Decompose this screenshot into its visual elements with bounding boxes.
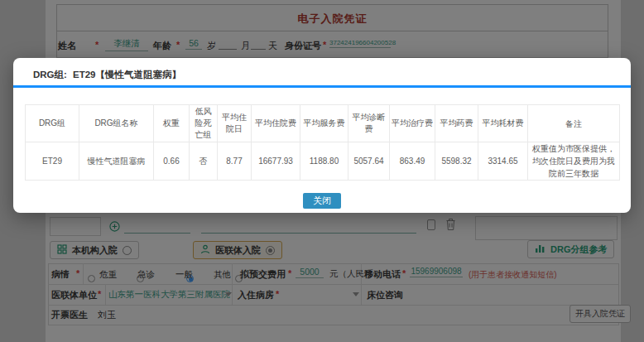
col-header: 平均治疗费 (390, 105, 435, 142)
col-header: 权重 (154, 105, 190, 142)
modal-accent-divider (13, 85, 631, 88)
col-header: 备注 (528, 105, 620, 142)
cell-low-risk: 否 (190, 142, 218, 181)
drg-table-header-row: DRG组 DRG组名称 权重 低风险死亡组 平均住院日 平均住院费 平均服务费 … (26, 105, 620, 142)
col-header: DRG组 (26, 105, 79, 142)
col-header: 平均药费 (435, 105, 478, 142)
drg-group-label: DRG组: (33, 69, 67, 81)
cell-avg-cost: 16677.93 (252, 142, 300, 181)
cell-avg-service: 1188.80 (300, 142, 348, 181)
drg-group-value: ET29【慢性气道阻塞病】 (73, 69, 181, 81)
modal-close-button[interactable]: 关闭 (303, 193, 341, 209)
cell-avg-diagnosis: 5057.64 (348, 142, 390, 181)
col-header: DRG组名称 (79, 105, 154, 142)
cell-drg-code: ET29 (26, 142, 79, 181)
col-header: 低风险死亡组 (190, 105, 218, 142)
cell-avg-material: 3314.65 (478, 142, 528, 181)
drg-modal: DRG组: ET29【慢性气道阻塞病】 DRG组 DRG组名称 权重 低风险死亡… (13, 58, 631, 213)
screen: 电子入院凭证 姓名 * 李继清 年龄 * 56 岁 月 天 身份证号 * 372… (0, 0, 644, 342)
cell-drg-name: 慢性气道阻塞病 (79, 142, 154, 181)
col-header: 平均住院日 (218, 105, 252, 142)
cell-avg-days: 8.77 (218, 142, 252, 181)
col-header: 平均住院费 (252, 105, 300, 142)
cell-weight: 0.66 (154, 142, 190, 181)
drg-table-row: ET29 慢性气道阻塞病 0.66 否 8.77 16677.93 1188.8… (26, 142, 620, 181)
drg-table: DRG组 DRG组名称 权重 低风险死亡组 平均住院日 平均住院费 平均服务费 … (25, 104, 620, 181)
col-header: 平均诊断费 (348, 105, 390, 142)
cell-remark: 权重值为市医保提供，均次住院日及费用为我院前三年数据 (528, 142, 620, 181)
col-header: 平均服务费 (300, 105, 348, 142)
cell-avg-medicine: 5598.32 (435, 142, 478, 181)
col-header: 平均耗材费 (478, 105, 528, 142)
cell-avg-treatment: 863.49 (390, 142, 435, 181)
